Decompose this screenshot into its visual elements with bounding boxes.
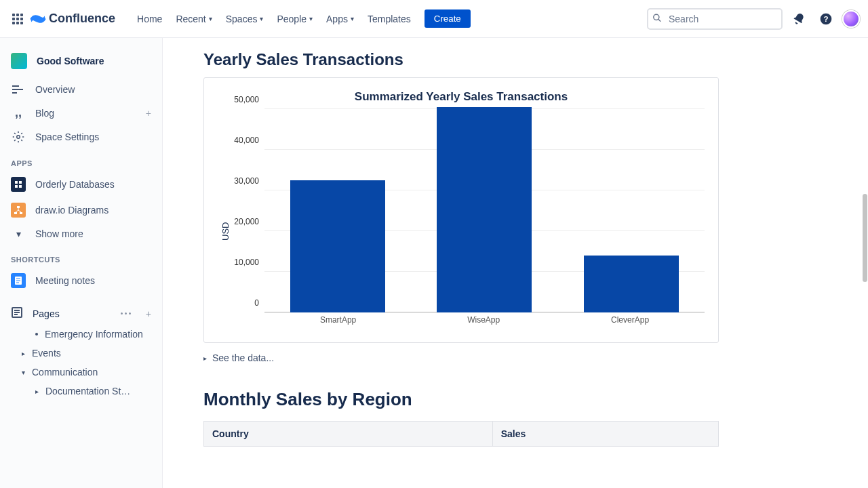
drawio-icon bbox=[11, 203, 26, 218]
scrollbar-thumb[interactable] bbox=[863, 194, 867, 282]
monthly-sales-table: Country Sales bbox=[203, 421, 719, 447]
svg-point-0 bbox=[654, 14, 659, 20]
main-content: Yearly Sales Transactions Summarized Yea… bbox=[163, 38, 868, 488]
th-country: Country bbox=[204, 422, 493, 447]
svg-rect-12 bbox=[17, 206, 20, 208]
bar-wiseapp bbox=[437, 107, 532, 312]
svg-text:?: ? bbox=[823, 14, 828, 23]
search-icon bbox=[652, 13, 662, 24]
svg-rect-8 bbox=[15, 181, 18, 184]
chevron-down-icon: ▾ bbox=[309, 15, 313, 22]
nav-recent[interactable]: Recent▾ bbox=[170, 9, 217, 28]
svg-line-17 bbox=[18, 210, 21, 212]
ytick: 0 bbox=[254, 298, 259, 308]
sidebar-blog[interactable]: ,,Blog+ bbox=[5, 100, 157, 125]
help-icon: ? bbox=[819, 12, 833, 26]
nav-home[interactable]: Home bbox=[132, 9, 167, 28]
svg-rect-13 bbox=[14, 212, 17, 214]
svg-rect-11 bbox=[19, 185, 22, 188]
nav-links: Home Recent▾ Spaces▾ People▾ Apps▾ Templ… bbox=[132, 9, 416, 28]
heading-monthly: Monthly Sales by Region bbox=[203, 389, 841, 410]
sidebar-pages[interactable]: Pages + bbox=[5, 302, 157, 325]
pages-icon bbox=[11, 306, 23, 321]
chevron-down-icon: ▾ bbox=[260, 15, 263, 22]
svg-line-1 bbox=[658, 19, 661, 22]
layout: Good Software Overview ,,Blog+ Space Set… bbox=[0, 38, 868, 488]
ytick: 40,000 bbox=[234, 136, 259, 145]
bar-cleverapp bbox=[584, 256, 679, 312]
orderly-icon bbox=[11, 177, 26, 192]
see-data-toggle[interactable]: ▸ See the data... bbox=[203, 352, 841, 363]
chart-yticks: 0 10,000 20,000 30,000 40,000 50,000 bbox=[231, 109, 262, 312]
heading-yearly: Yearly Sales Transactions bbox=[203, 50, 841, 69]
product-name: Confluence bbox=[49, 12, 115, 26]
svg-rect-10 bbox=[15, 185, 18, 188]
sidebar-section-apps: APPS bbox=[5, 148, 157, 171]
plus-icon[interactable]: + bbox=[146, 308, 151, 319]
meeting-notes-icon bbox=[11, 273, 26, 288]
sidebar-space-settings[interactable]: Space Settings bbox=[5, 125, 157, 148]
svg-rect-14 bbox=[20, 212, 22, 214]
svg-line-16 bbox=[16, 210, 18, 212]
chevron-right-icon: ▸ bbox=[35, 388, 39, 395]
bullet-icon bbox=[35, 333, 38, 336]
space-icon bbox=[11, 53, 27, 69]
search-input[interactable] bbox=[647, 8, 783, 30]
sidebar: Good Software Overview ,,Blog+ Space Set… bbox=[0, 38, 163, 488]
overview-icon bbox=[11, 85, 26, 94]
chevron-down-icon: ▾ bbox=[22, 369, 25, 376]
th-sales: Sales bbox=[492, 422, 718, 447]
sidebar-orderly[interactable]: Orderly Databases bbox=[5, 171, 157, 197]
bar-smartapp bbox=[290, 180, 385, 312]
chevron-down-icon: ▾ bbox=[11, 228, 26, 239]
app-switcher-icon[interactable] bbox=[12, 14, 23, 24]
blog-icon: ,, bbox=[11, 106, 26, 120]
chart-ylabel: USD bbox=[218, 109, 231, 333]
chart-bars bbox=[264, 109, 705, 312]
chart-xcats: SmartApp WiseApp CleverApp bbox=[264, 315, 705, 333]
chart-title: Summarized Yearly Sales Transactions bbox=[218, 90, 705, 104]
ytick: 50,000 bbox=[234, 95, 259, 104]
xcat: WiseApp bbox=[467, 315, 500, 325]
sidebar-overview[interactable]: Overview bbox=[5, 79, 157, 100]
search-box bbox=[647, 8, 783, 30]
more-icon[interactable] bbox=[121, 312, 131, 314]
sidebar-meeting-notes[interactable]: Meeting notes bbox=[5, 268, 157, 293]
chart-area: USD 0 10,000 20,000 30,000 40,000 50,000 bbox=[218, 109, 705, 333]
space-title: Good Software bbox=[37, 56, 104, 66]
table-header-row: Country Sales bbox=[204, 422, 719, 447]
top-nav: Confluence Home Recent▾ Spaces▾ People▾ … bbox=[0, 0, 868, 38]
ytick: 30,000 bbox=[234, 176, 259, 186]
sidebar-show-more[interactable]: ▾Show more bbox=[5, 223, 157, 245]
chart-container: Summarized Yearly Sales Transactions USD… bbox=[203, 77, 719, 343]
sidebar-item-events[interactable]: ▸Events bbox=[5, 344, 157, 363]
nav-people[interactable]: People▾ bbox=[271, 9, 318, 28]
chevron-right-icon: ▸ bbox=[22, 350, 25, 357]
plus-icon[interactable]: + bbox=[146, 108, 151, 119]
help-button[interactable]: ? bbox=[815, 8, 837, 30]
confluence-icon bbox=[30, 11, 46, 27]
ytick: 20,000 bbox=[234, 217, 259, 226]
chevron-down-icon: ▾ bbox=[209, 15, 212, 22]
notifications-button[interactable] bbox=[788, 8, 810, 30]
svg-point-7 bbox=[17, 136, 20, 139]
ytick: 10,000 bbox=[234, 258, 259, 267]
avatar[interactable] bbox=[842, 10, 860, 28]
xcat: SmartApp bbox=[320, 315, 356, 325]
sidebar-drawio[interactable]: draw.io Diagrams bbox=[5, 197, 157, 223]
nav-spaces[interactable]: Spaces▾ bbox=[220, 9, 269, 28]
gear-icon bbox=[11, 131, 26, 143]
nav-templates[interactable]: Templates bbox=[362, 9, 416, 28]
create-button[interactable]: Create bbox=[425, 9, 471, 28]
chart-plot: 0 10,000 20,000 30,000 40,000 50,000 bbox=[231, 109, 705, 333]
sidebar-section-shortcuts: SHORTCUTS bbox=[5, 245, 157, 268]
sidebar-item-emergency[interactable]: Emergency Information bbox=[5, 325, 157, 344]
confluence-logo[interactable]: Confluence bbox=[30, 11, 115, 27]
bell-icon bbox=[789, 9, 808, 28]
nav-apps[interactable]: Apps▾ bbox=[321, 9, 359, 28]
chevron-down-icon: ▾ bbox=[351, 15, 354, 22]
space-header[interactable]: Good Software bbox=[5, 49, 157, 79]
sidebar-item-docst[interactable]: ▸Documentation St… bbox=[5, 382, 157, 401]
nav-right: ? bbox=[647, 8, 860, 30]
sidebar-item-communication[interactable]: ▾Communication bbox=[5, 363, 157, 382]
